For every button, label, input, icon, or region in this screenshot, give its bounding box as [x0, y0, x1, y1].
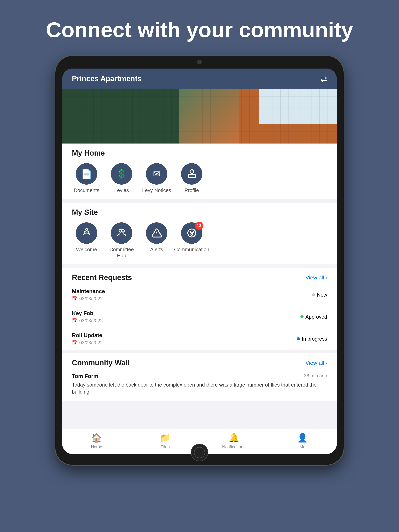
alerts-icon	[151, 228, 162, 238]
committee-hub-item[interactable]: Committee Hub	[107, 222, 136, 259]
committee-hub-icon-circle	[111, 222, 132, 244]
request-rollupdate-name: Roll Update	[72, 332, 103, 338]
request-maintenance[interactable]: Maintenance 📅 03/08/2022 New	[62, 284, 337, 306]
image-overlay	[62, 89, 337, 144]
my-site-section: My Site Welcome	[62, 203, 337, 265]
request-maintenance-status: New	[312, 292, 327, 298]
communication-badge: 13	[195, 222, 203, 230]
status-dot-approved	[300, 315, 303, 318]
request-rollupdate-status: In progress	[297, 336, 327, 342]
request-keyfob[interactable]: Key Fob 📅 03/08/2022 Approved	[62, 306, 337, 328]
post-0-author: Tom Form	[72, 373, 98, 379]
home-icon: 🏠	[91, 433, 102, 443]
hero-building-image	[62, 89, 337, 144]
communication-icon	[187, 228, 197, 238]
switch-icon[interactable]: ⇄	[320, 74, 327, 83]
nav-home[interactable]: 🏠 Home	[79, 433, 114, 450]
me-icon: 👤	[297, 433, 308, 443]
community-wall-view-all[interactable]: View all ›	[305, 360, 327, 366]
tablet-camera	[197, 60, 202, 64]
levies-item[interactable]: 💲 Levies	[107, 163, 136, 193]
recent-requests-header: Recent Requests View all ›	[62, 268, 337, 284]
nav-me-label: Me	[299, 444, 305, 450]
profile-icon	[187, 168, 197, 179]
committee-hub-label: Committee Hub	[107, 247, 136, 259]
welcome-item[interactable]: Welcome	[72, 222, 101, 259]
files-icon: 📁	[160, 433, 170, 443]
status-dot-inprogress	[297, 337, 300, 340]
welcome-icon-circle	[76, 222, 97, 244]
nav-me[interactable]: 👤 Me	[285, 433, 320, 450]
documents-item[interactable]: 📄 Documents	[72, 163, 101, 193]
svg-rect-1	[188, 174, 195, 178]
levy-notices-label: Levy Notices	[142, 187, 171, 193]
status-dot-new	[312, 293, 315, 296]
communication-icon-circle: 13	[181, 222, 202, 244]
recent-requests-view-all[interactable]: View all ›	[305, 275, 327, 281]
request-maintenance-name: Maintenance	[72, 288, 105, 294]
nav-home-label: Home	[91, 444, 102, 450]
community-post-0[interactable]: Tom Form 38 min ago Today someone left t…	[62, 369, 337, 401]
communication-label: Communication	[174, 247, 209, 253]
welcome-label: Welcome	[76, 247, 97, 253]
request-maintenance-date: 📅 03/08/2022	[72, 296, 105, 301]
post-0-header: Tom Form 38 min ago	[72, 373, 327, 379]
my-home-grid: 📄 Documents 💲 Levies ✉	[62, 159, 337, 199]
communication-item[interactable]: 13 Communication	[177, 222, 206, 259]
my-site-grid: Welcome Committee Hub	[62, 218, 337, 265]
committee-hub-icon	[116, 228, 127, 238]
app-title: Princes Apartments	[72, 75, 142, 83]
nav-files[interactable]: 📁 Files	[148, 433, 183, 450]
documents-label: Documents	[74, 187, 99, 193]
alerts-icon-circle	[146, 222, 167, 244]
my-site-title: My Site	[62, 203, 337, 218]
levy-notices-item[interactable]: ✉ Levy Notices	[142, 163, 171, 193]
app-header: Princes Apartments ⇄	[62, 69, 337, 89]
svg-point-10	[191, 234, 193, 235]
levies-label: Levies	[114, 187, 129, 193]
documents-icon: 📄	[81, 169, 92, 179]
profile-icon-circle	[181, 163, 202, 185]
levies-icon-circle: 💲	[111, 163, 132, 185]
request-rollupdate-date: 📅 03/08/2022	[72, 340, 103, 345]
profile-item[interactable]: Profile	[177, 163, 206, 193]
levy-notices-icon: ✉	[153, 169, 161, 179]
request-keyfob-date: 📅 03/08/2022	[72, 318, 103, 323]
levy-notices-icon-circle: ✉	[146, 163, 167, 185]
alerts-label: Alerts	[150, 247, 163, 253]
profile-label: Profile	[185, 187, 199, 193]
community-wall-title: Community Wall	[72, 359, 129, 367]
my-home-section: My Home 📄 Documents 💲 Levies	[62, 144, 337, 199]
svg-point-6	[122, 229, 124, 232]
welcome-icon	[81, 228, 92, 238]
request-keyfob-status: Approved	[300, 314, 327, 320]
tablet-frame: Princes Apartments ⇄ My Home 📄 Docume	[55, 56, 344, 465]
nav-notifications[interactable]: 🔔 Notifications	[216, 433, 251, 450]
nav-files-label: Files	[161, 444, 170, 450]
documents-icon-circle: 📄	[76, 163, 97, 185]
community-wall-header: Community Wall View all ›	[62, 353, 337, 369]
tablet-home-button[interactable]	[191, 444, 208, 461]
tablet-screen: Princes Apartments ⇄ My Home 📄 Docume	[62, 69, 337, 454]
post-0-time: 38 min ago	[304, 373, 327, 379]
request-keyfob-name: Key Fob	[72, 310, 103, 317]
post-0-body: Today someone left the back door to the …	[72, 381, 327, 395]
recent-requests-section: Recent Requests View all › Maintenance 📅…	[62, 268, 337, 350]
notifications-icon: 🔔	[229, 433, 239, 443]
hero-title: Connect with your community	[7, 18, 392, 42]
svg-point-4	[85, 229, 87, 230]
request-rollupdate[interactable]: Roll Update 📅 03/08/2022 In progress	[62, 328, 337, 350]
nav-notifications-label: Notifications	[222, 444, 245, 450]
my-home-title: My Home	[62, 144, 337, 159]
recent-requests-title: Recent Requests	[72, 273, 132, 282]
svg-point-0	[190, 170, 193, 173]
levies-icon: 💲	[116, 169, 127, 179]
content-area: My Home 📄 Documents 💲 Levies	[62, 144, 337, 429]
alerts-item[interactable]: Alerts	[142, 222, 171, 259]
community-wall-section: Community Wall View all › Tom Form 38 mi…	[62, 353, 337, 401]
